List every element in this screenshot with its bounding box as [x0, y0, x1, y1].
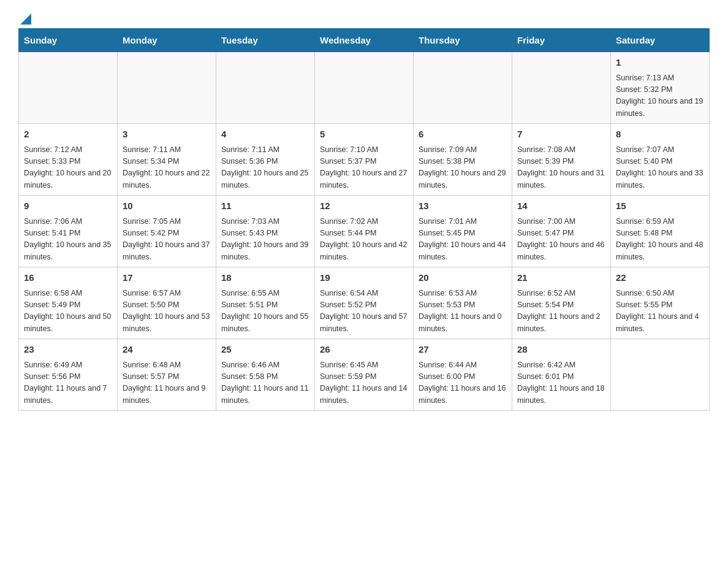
- day-info: Sunrise: 6:57 AM Sunset: 5:50 PM Dayligh…: [123, 288, 211, 335]
- calendar-cell: 23Sunrise: 6:49 AM Sunset: 5:56 PM Dayli…: [19, 339, 118, 411]
- calendar-cell: 25Sunrise: 6:46 AM Sunset: 5:58 PM Dayli…: [216, 339, 315, 411]
- day-number: 3: [123, 128, 211, 142]
- day-info: Sunrise: 7:10 AM Sunset: 5:37 PM Dayligh…: [320, 144, 408, 192]
- calendar-cell: 14Sunrise: 7:00 AM Sunset: 5:47 PM Dayli…: [512, 196, 611, 267]
- logo-triangle-icon: [20, 13, 31, 25]
- day-header-thursday: Thursday: [414, 29, 512, 52]
- calendar-week-1: 1Sunrise: 7:13 AM Sunset: 5:32 PM Daylig…: [19, 52, 710, 124]
- day-info: Sunrise: 7:12 AM Sunset: 5:33 PM Dayligh…: [24, 144, 112, 192]
- day-number: 18: [221, 271, 309, 285]
- calendar-cell: 21Sunrise: 6:52 AM Sunset: 5:54 PM Dayli…: [512, 267, 611, 339]
- day-info: Sunrise: 7:09 AM Sunset: 5:38 PM Dayligh…: [419, 144, 507, 192]
- calendar-cell: 28Sunrise: 6:42 AM Sunset: 6:01 PM Dayli…: [512, 339, 611, 411]
- day-number: 10: [123, 199, 211, 213]
- day-info: Sunrise: 6:52 AM Sunset: 5:54 PM Dayligh…: [517, 288, 605, 335]
- calendar-cell: [19, 52, 118, 124]
- day-number: 11: [221, 199, 309, 213]
- day-number: 6: [419, 128, 507, 142]
- page-header: [18, 12, 710, 22]
- calendar-cell: 2Sunrise: 7:12 AM Sunset: 5:33 PM Daylig…: [19, 124, 118, 196]
- svg-marker-0: [20, 13, 31, 25]
- day-info: Sunrise: 6:54 AM Sunset: 5:52 PM Dayligh…: [320, 288, 408, 335]
- day-info: Sunrise: 6:50 AM Sunset: 5:55 PM Dayligh…: [616, 288, 704, 335]
- day-info: Sunrise: 7:11 AM Sunset: 5:34 PM Dayligh…: [123, 144, 211, 192]
- day-number: 21: [517, 271, 605, 285]
- calendar-cell: [512, 52, 611, 124]
- calendar-cell: 27Sunrise: 6:44 AM Sunset: 6:00 PM Dayli…: [414, 339, 512, 411]
- calendar-header: SundayMondayTuesdayWednesdayThursdayFrid…: [19, 29, 710, 52]
- day-number: 8: [616, 128, 704, 142]
- day-number: 12: [320, 199, 408, 213]
- calendar-cell: 10Sunrise: 7:05 AM Sunset: 5:42 PM Dayli…: [118, 196, 216, 267]
- calendar-cell: [118, 52, 216, 124]
- day-info: Sunrise: 7:01 AM Sunset: 5:45 PM Dayligh…: [419, 216, 507, 264]
- day-info: Sunrise: 6:58 AM Sunset: 5:49 PM Dayligh…: [24, 288, 112, 335]
- day-info: Sunrise: 6:42 AM Sunset: 6:01 PM Dayligh…: [517, 359, 605, 407]
- day-info: Sunrise: 7:00 AM Sunset: 5:47 PM Dayligh…: [517, 216, 605, 264]
- day-info: Sunrise: 7:08 AM Sunset: 5:39 PM Dayligh…: [517, 144, 605, 192]
- day-number: 5: [320, 128, 408, 142]
- day-info: Sunrise: 6:49 AM Sunset: 5:56 PM Dayligh…: [24, 359, 112, 407]
- day-number: 23: [24, 343, 112, 357]
- calendar-cell: 6Sunrise: 7:09 AM Sunset: 5:38 PM Daylig…: [414, 124, 512, 196]
- calendar-cell: 3Sunrise: 7:11 AM Sunset: 5:34 PM Daylig…: [118, 124, 216, 196]
- day-info: Sunrise: 7:07 AM Sunset: 5:40 PM Dayligh…: [616, 144, 704, 192]
- calendar-cell: [611, 339, 710, 411]
- day-number: 28: [517, 343, 605, 357]
- calendar-week-3: 9Sunrise: 7:06 AM Sunset: 5:41 PM Daylig…: [19, 196, 710, 267]
- calendar-cell: 24Sunrise: 6:48 AM Sunset: 5:57 PM Dayli…: [118, 339, 216, 411]
- day-number: 7: [517, 128, 605, 142]
- calendar-cell: 1Sunrise: 7:13 AM Sunset: 5:32 PM Daylig…: [611, 52, 710, 124]
- day-info: Sunrise: 7:03 AM Sunset: 5:43 PM Dayligh…: [221, 216, 309, 264]
- day-info: Sunrise: 6:53 AM Sunset: 5:53 PM Dayligh…: [419, 288, 507, 335]
- calendar-cell: 26Sunrise: 6:45 AM Sunset: 5:59 PM Dayli…: [315, 339, 414, 411]
- calendar-cell: 19Sunrise: 6:54 AM Sunset: 5:52 PM Dayli…: [315, 267, 414, 339]
- day-number: 15: [616, 199, 704, 213]
- calendar-cell: 13Sunrise: 7:01 AM Sunset: 5:45 PM Dayli…: [414, 196, 512, 267]
- calendar-week-4: 16Sunrise: 6:58 AM Sunset: 5:49 PM Dayli…: [19, 267, 710, 339]
- calendar-cell: [315, 52, 414, 124]
- calendar-cell: 8Sunrise: 7:07 AM Sunset: 5:40 PM Daylig…: [611, 124, 710, 196]
- calendar-cell: [216, 52, 315, 124]
- calendar-cell: 17Sunrise: 6:57 AM Sunset: 5:50 PM Dayli…: [118, 267, 216, 339]
- calendar-cell: 22Sunrise: 6:50 AM Sunset: 5:55 PM Dayli…: [611, 267, 710, 339]
- day-number: 25: [221, 343, 309, 357]
- logo: [18, 12, 31, 22]
- day-number: 13: [419, 199, 507, 213]
- day-info: Sunrise: 7:02 AM Sunset: 5:44 PM Dayligh…: [320, 216, 408, 264]
- day-number: 1: [616, 56, 704, 70]
- day-header-saturday: Saturday: [611, 29, 710, 52]
- day-number: 17: [123, 271, 211, 285]
- calendar-cell: 15Sunrise: 6:59 AM Sunset: 5:48 PM Dayli…: [611, 196, 710, 267]
- calendar-week-2: 2Sunrise: 7:12 AM Sunset: 5:33 PM Daylig…: [19, 124, 710, 196]
- day-header-wednesday: Wednesday: [315, 29, 414, 52]
- calendar-cell: 12Sunrise: 7:02 AM Sunset: 5:44 PM Dayli…: [315, 196, 414, 267]
- calendar-cell: 7Sunrise: 7:08 AM Sunset: 5:39 PM Daylig…: [512, 124, 611, 196]
- calendar-cell: 11Sunrise: 7:03 AM Sunset: 5:43 PM Dayli…: [216, 196, 315, 267]
- day-info: Sunrise: 6:59 AM Sunset: 5:48 PM Dayligh…: [616, 216, 704, 264]
- day-number: 9: [24, 199, 112, 213]
- calendar-cell: 18Sunrise: 6:55 AM Sunset: 5:51 PM Dayli…: [216, 267, 315, 339]
- calendar-cell: 5Sunrise: 7:10 AM Sunset: 5:37 PM Daylig…: [315, 124, 414, 196]
- days-of-week-row: SundayMondayTuesdayWednesdayThursdayFrid…: [19, 29, 710, 52]
- day-info: Sunrise: 6:55 AM Sunset: 5:51 PM Dayligh…: [221, 288, 309, 335]
- day-info: Sunrise: 7:05 AM Sunset: 5:42 PM Dayligh…: [123, 216, 211, 264]
- calendar-week-5: 23Sunrise: 6:49 AM Sunset: 5:56 PM Dayli…: [19, 339, 710, 411]
- day-info: Sunrise: 7:06 AM Sunset: 5:41 PM Dayligh…: [24, 216, 112, 264]
- day-header-friday: Friday: [512, 29, 611, 52]
- day-info: Sunrise: 7:13 AM Sunset: 5:32 PM Dayligh…: [616, 72, 704, 120]
- calendar-cell: 9Sunrise: 7:06 AM Sunset: 5:41 PM Daylig…: [19, 196, 118, 267]
- calendar-cell: [414, 52, 512, 124]
- day-number: 14: [517, 199, 605, 213]
- calendar-cell: 16Sunrise: 6:58 AM Sunset: 5:49 PM Dayli…: [19, 267, 118, 339]
- day-header-monday: Monday: [118, 29, 216, 52]
- day-number: 2: [24, 128, 112, 142]
- calendar-table: SundayMondayTuesdayWednesdayThursdayFrid…: [18, 28, 710, 411]
- day-number: 20: [419, 271, 507, 285]
- day-header-sunday: Sunday: [19, 29, 118, 52]
- calendar-body: 1Sunrise: 7:13 AM Sunset: 5:32 PM Daylig…: [19, 52, 710, 411]
- day-info: Sunrise: 7:11 AM Sunset: 5:36 PM Dayligh…: [221, 144, 309, 192]
- day-number: 27: [419, 343, 507, 357]
- day-number: 4: [221, 128, 309, 142]
- day-number: 16: [24, 271, 112, 285]
